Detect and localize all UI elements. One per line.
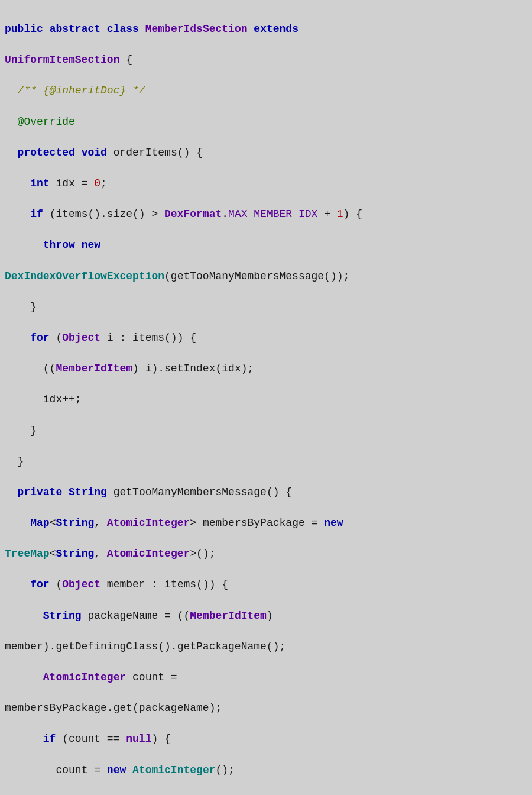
classname-uniformitemsection: UniformItemSection bbox=[5, 54, 119, 66]
code-line-10: } bbox=[5, 299, 527, 315]
code-line-24: if (count == null) { bbox=[5, 731, 527, 746]
code-line-25: count = new AtomicInteger(); bbox=[5, 762, 527, 778]
code-line-21: member).getDefiningClass().getPackageNam… bbox=[5, 639, 527, 654]
keyword-string-1: String bbox=[69, 486, 107, 498]
comment-inheritdoc: /** {@inheritDoc} */ bbox=[18, 85, 145, 96]
code-line-22: AtomicInteger count = bbox=[5, 670, 527, 685]
keyword-class: class bbox=[107, 23, 139, 35]
code-line-8: throw new bbox=[5, 237, 527, 253]
code-line-13: idx++; bbox=[5, 392, 527, 407]
annotation-override: @Override bbox=[18, 116, 75, 128]
code-line-11: for (Object i : items()) { bbox=[5, 330, 527, 345]
code-line-17: Map<String, AtomicInteger> membersByPack… bbox=[5, 515, 527, 531]
constant-max-member-idx: MAX_MEMBER_IDX bbox=[228, 208, 317, 220]
method-orderitems: orderItems bbox=[113, 147, 177, 159]
literal-0: 0 bbox=[94, 177, 100, 189]
code-line-2: UniformItemSection { bbox=[5, 52, 527, 67]
code-line-18: TreeMap<String, AtomicInteger>(); bbox=[5, 546, 527, 561]
literal-1: 1 bbox=[337, 208, 343, 220]
method-gettoomanymembersmessage-call: getTooManyMembersMessage bbox=[171, 270, 324, 282]
code-display: public abstract class MemberIdsSection e… bbox=[5, 6, 527, 795]
code-line-9: DexIndexOverflowException(getTooManyMemb… bbox=[5, 269, 527, 284]
keyword-for-2: for bbox=[30, 579, 49, 590]
code-line-3: /** {@inheritDoc} */ bbox=[5, 83, 527, 98]
method-gettoomanymembersmessage-def: getTooManyMembersMessage bbox=[113, 486, 267, 498]
keyword-if-2: if bbox=[43, 733, 56, 745]
code-line-6: int idx = 0; bbox=[5, 176, 527, 191]
code-line-14: } bbox=[5, 423, 527, 438]
keyword-null: null bbox=[126, 733, 151, 745]
code-line-1: public abstract class MemberIdsSection e… bbox=[5, 21, 527, 37]
classname-memberidssection: MemberIdsSection bbox=[145, 23, 248, 35]
code-line-19: for (Object member : items()) { bbox=[5, 577, 527, 592]
classname-atomicinteger-2: AtomicInteger bbox=[107, 548, 190, 560]
code-line-5: protected void orderItems() { bbox=[5, 145, 527, 160]
keyword-extends: extends bbox=[254, 23, 299, 35]
keyword-void: void bbox=[82, 147, 107, 159]
keyword-protected: protected bbox=[18, 147, 75, 159]
keyword-public: public bbox=[5, 23, 43, 35]
keyword-for-1: for bbox=[30, 332, 49, 344]
classname-treemap: TreeMap bbox=[5, 548, 50, 560]
classname-dexindexoverflowexception: DexIndexOverflowException bbox=[5, 270, 164, 282]
keyword-abstract: abstract bbox=[50, 23, 100, 35]
keyword-string-map-2: String bbox=[56, 548, 94, 560]
code-line-20: String packageName = ((MemberIdItem) bbox=[5, 608, 527, 623]
keyword-if: if bbox=[30, 208, 43, 220]
code-line-15: } bbox=[5, 454, 527, 469]
code-line-23: membersByPackage.get(packageName); bbox=[5, 700, 527, 716]
classname-dexformat: DexFormat bbox=[164, 208, 222, 220]
keyword-map: Map bbox=[30, 517, 49, 529]
keyword-new-atomic: new bbox=[107, 764, 126, 776]
code-line-7: if (items().size() > DexFormat.MAX_MEMBE… bbox=[5, 206, 527, 222]
classname-atomicinteger-new: AtomicInteger bbox=[132, 764, 215, 776]
classname-atomicinteger-1: AtomicInteger bbox=[107, 517, 190, 529]
keyword-new-throw: new bbox=[82, 239, 100, 251]
code-line-16: private String getTooManyMembersMessage(… bbox=[5, 484, 527, 500]
type-object-1: Object bbox=[62, 332, 100, 344]
classname-memberiditem-1: MemberIdItem bbox=[56, 363, 132, 374]
keyword-throw: throw bbox=[43, 239, 75, 251]
classname-atomicinteger-3: AtomicInteger bbox=[43, 671, 126, 683]
type-object-2: Object bbox=[62, 579, 100, 590]
keyword-int: int bbox=[30, 177, 49, 189]
keyword-string-2: String bbox=[43, 610, 82, 622]
keyword-string-map-1: String bbox=[56, 517, 94, 529]
classname-memberiditem-2: MemberIdItem bbox=[190, 610, 267, 622]
code-line-12: ((MemberIdItem) i).setIndex(idx); bbox=[5, 361, 527, 376]
keyword-private: private bbox=[18, 486, 63, 498]
code-line-4: @Override bbox=[5, 114, 527, 130]
keyword-new-map: new bbox=[324, 517, 343, 529]
